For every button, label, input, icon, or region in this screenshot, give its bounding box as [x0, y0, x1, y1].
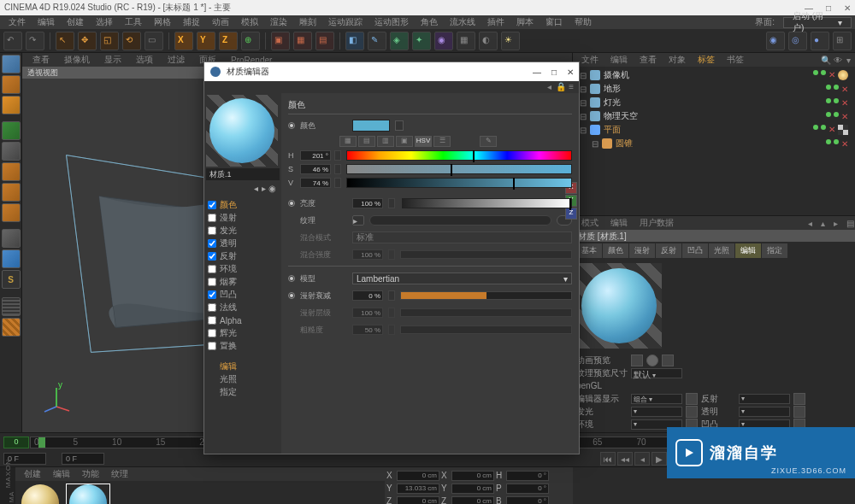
prev-frame-button[interactable]: ◂: [634, 452, 650, 466]
eye-icon[interactable]: 👁: [828, 55, 839, 65]
objmenu-对象[interactable]: 对象: [663, 53, 691, 67]
vptab-查看[interactable]: 查看: [26, 53, 56, 67]
object-row-摄像机[interactable]: ⊟摄像机✕: [575, 68, 853, 82]
eyedropper-icon[interactable]: ✎: [480, 136, 497, 147]
snap-2[interactable]: ◎: [788, 32, 807, 50]
camera-tool[interactable]: ◐: [479, 32, 498, 50]
channel-透明[interactable]: 透明: [206, 237, 280, 249]
objmenu-标签[interactable]: 标签: [693, 53, 720, 67]
channel-extra-编辑[interactable]: 编辑: [206, 360, 280, 372]
hue-input[interactable]: [300, 150, 331, 161]
material-browser[interactable]: 材质.2材质.1: [15, 481, 385, 504]
cube-primitive[interactable]: ◧: [345, 32, 364, 50]
move-tool[interactable]: ✥: [78, 32, 97, 50]
menu-插件[interactable]: 插件: [482, 15, 510, 29]
material-thumb-1[interactable]: 材质.1: [67, 484, 109, 504]
colortab-3[interactable]: ▥: [377, 136, 394, 147]
menu-角色[interactable]: 角色: [416, 15, 443, 29]
menu-选择[interactable]: 选择: [91, 15, 118, 29]
vptab-选项[interactable]: 选项: [129, 53, 160, 67]
next-material-icon[interactable]: ▸ ◉: [262, 184, 276, 196]
channel-发光[interactable]: 发光: [206, 225, 280, 237]
attrmenu-模式[interactable]: 模式: [576, 216, 604, 230]
colortab-hsv[interactable]: HSV: [415, 136, 432, 147]
hue-spinner[interactable]: [334, 150, 341, 161]
objmenu-文件[interactable]: 文件: [576, 53, 604, 67]
object-row-圆锥[interactable]: ⊟圆锥✕: [575, 137, 853, 150]
channel-漫射[interactable]: 漫射: [206, 212, 280, 224]
play-button[interactable]: ▶: [652, 452, 667, 466]
menu-运动跟踪[interactable]: 运动跟踪: [323, 15, 368, 29]
mograph-tool[interactable]: ✦: [412, 32, 431, 50]
val-input[interactable]: [300, 178, 331, 188]
texture-slot[interactable]: [369, 215, 551, 226]
color-swatch[interactable]: [352, 120, 390, 132]
matmenu-功能[interactable]: 功能: [77, 467, 104, 481]
uv-mode-2[interactable]: [2, 318, 21, 337]
menu-运动图形[interactable]: 运动图形: [369, 15, 414, 29]
falloff-spinner[interactable]: [388, 290, 395, 301]
prev-key-button[interactable]: ◂◂: [617, 452, 633, 466]
brightness-spinner[interactable]: [388, 198, 395, 208]
brightness-enable-radio[interactable]: [288, 200, 295, 207]
light-tool[interactable]: ☀: [501, 32, 520, 50]
channel-extra-光照[interactable]: 光照: [206, 373, 280, 385]
menu-网格[interactable]: 网格: [149, 15, 176, 29]
model-dropdown[interactable]: Lambertian▾: [352, 273, 572, 284]
dialog-close-button[interactable]: ✕: [567, 67, 574, 77]
object-tree[interactable]: ⊟摄像机✕⊟地形✕⊟灯光✕⊟物理天空✕⊟平面✕⊟圆锥✕: [573, 67, 855, 152]
edge-mode[interactable]: [2, 183, 21, 202]
undo-button[interactable]: ↶: [3, 32, 22, 50]
material-thumb-0[interactable]: 材质.2: [19, 484, 62, 504]
poly-mode[interactable]: [2, 203, 21, 222]
environment-tool[interactable]: ▦: [457, 32, 475, 50]
texture-arrow-icon[interactable]: ▸: [352, 215, 364, 226]
rotate-tool[interactable]: ⟲: [122, 32, 141, 50]
object-row-地形[interactable]: ⊟地形✕: [575, 82, 853, 96]
attrtab-颜色[interactable]: 颜色: [603, 243, 628, 258]
color-picker-toggle[interactable]: [395, 120, 404, 131]
object-row-物理天空[interactable]: ⊟物理天空✕: [575, 109, 853, 123]
brightness-input[interactable]: [352, 198, 383, 208]
val-spinner[interactable]: [334, 178, 341, 188]
preview-stop-icon[interactable]: [662, 355, 674, 366]
matmenu-创建[interactable]: 创建: [19, 467, 46, 481]
menu-流水线[interactable]: 流水线: [445, 15, 481, 29]
objmenu-书签[interactable]: 书签: [722, 53, 749, 67]
vptab-显示[interactable]: 显示: [97, 53, 128, 67]
dialog-titlebar[interactable]: 材质编辑器 — □ ✕: [204, 62, 579, 81]
material-preview-large[interactable]: [576, 263, 662, 349]
dialog-maximize-button[interactable]: □: [551, 67, 557, 77]
prev-material-icon[interactable]: ◂: [254, 184, 258, 196]
colortab-4[interactable]: ▣: [396, 136, 413, 147]
objmenu-查看[interactable]: 查看: [634, 53, 662, 67]
dialog-nav-back-icon[interactable]: ◂: [547, 82, 551, 92]
nav-fwd-icon[interactable]: ▸: [828, 218, 839, 228]
snap-1[interactable]: ◉: [766, 32, 785, 50]
menu-帮助[interactable]: 帮助: [569, 15, 597, 29]
close-button[interactable]: ✕: [844, 3, 851, 13]
panel-menu-icon[interactable]: ▾: [841, 55, 852, 65]
color-enable-radio[interactable]: [288, 122, 295, 129]
dialog-material-preview[interactable]: [206, 95, 278, 167]
preview-play-icon[interactable]: [631, 355, 643, 366]
panel-menu-icon[interactable]: ▤: [841, 218, 852, 228]
coord-toggle[interactable]: ⊕: [241, 32, 260, 50]
timeline-current[interactable]: 0: [3, 437, 29, 448]
axis-z-toggle[interactable]: Z: [219, 32, 238, 50]
last-tool[interactable]: ▭: [144, 32, 163, 50]
render-settings-button[interactable]: ▤: [315, 32, 334, 50]
dialog-material-name[interactable]: 材质.1: [206, 168, 280, 180]
menu-渲染[interactable]: 渲染: [265, 15, 292, 29]
attrtab-反射[interactable]: 反射: [656, 243, 681, 258]
goto-start-button[interactable]: ⏮: [600, 452, 616, 466]
nav-up-icon[interactable]: ▴: [816, 218, 826, 228]
menu-雕刻[interactable]: 雕刻: [294, 15, 321, 29]
workplane-mode[interactable]: [2, 96, 21, 114]
enable-axis[interactable]: [2, 229, 21, 248]
dialog-menu-icon[interactable]: ≡: [569, 82, 574, 92]
generator-tool[interactable]: ◈: [390, 32, 409, 50]
model-mode[interactable]: [2, 55, 21, 73]
dialog-minimize-button[interactable]: —: [533, 67, 541, 77]
menu-窗口[interactable]: 窗口: [540, 15, 568, 29]
